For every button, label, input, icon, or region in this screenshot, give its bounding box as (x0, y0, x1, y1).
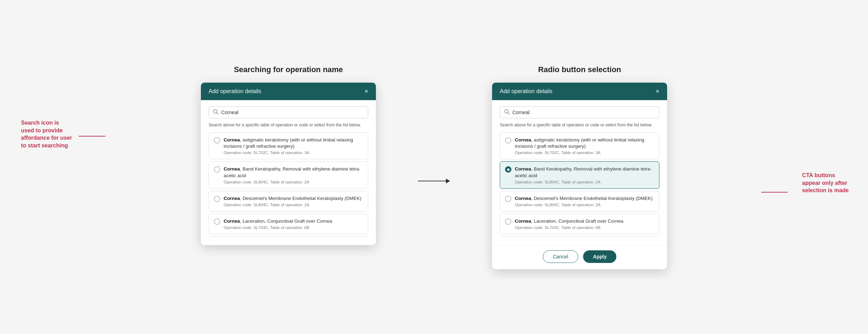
operation-text: Cornea, Laceration, Conjunctival Graft o… (224, 218, 363, 230)
operation-code: Operation code: SL703C, Table of operati… (224, 225, 363, 230)
operation-name: Cornea, astigmatic keratotomy (with or w… (224, 137, 363, 150)
panel1-title: Searching for operation name (234, 65, 343, 74)
modal-search-header: Add operation details × (201, 83, 376, 100)
operation-name: Cornea, Band Keratopathy, Removal with e… (224, 166, 363, 179)
operation-name: Cornea, Band Keratopathy, Removal with e… (515, 166, 654, 179)
operation-text: Cornea, Band Keratopathy, Removal with e… (224, 166, 363, 184)
list-item[interactable]: Cornea, astigmatic keratotomy (with or w… (209, 132, 368, 160)
panel2-title: Radio button selection (538, 65, 621, 74)
modal-selection-header-title: Add operation details (500, 88, 552, 95)
operation-text: Cornea, astigmatic keratotomy (with or w… (224, 137, 363, 155)
modal-selection-close-button[interactable]: × (656, 88, 659, 95)
operation-list-right-container: Cornea, astigmatic keratotomy (with or w… (500, 132, 659, 237)
svg-line-3 (217, 113, 218, 114)
modal-search: Add operation details × Search above (201, 83, 376, 245)
search-input-left[interactable] (221, 110, 364, 115)
list-item[interactable]: Cornea, Descemet's Membrane Endothelial … (209, 191, 368, 211)
operation-name: Cornea, Descemet's Membrane Endothelial … (515, 195, 654, 202)
panel-search: Searching for operation name Add operati… (201, 65, 376, 245)
transition-arrow (418, 179, 450, 183)
radio-btn[interactable] (505, 218, 511, 225)
radio-btn[interactable] (214, 137, 220, 144)
operation-code: Operation code: SL703C, Table of operati… (515, 225, 654, 230)
list-item-selected[interactable]: Cornea, Band Keratopathy, Removal with e… (500, 161, 659, 189)
list-item[interactable]: Cornea, Laceration, Conjunctival Graft o… (500, 214, 659, 234)
modal-footer: Cancel Apply (492, 245, 667, 269)
search-bar-right (500, 106, 659, 118)
list-item[interactable]: Cornea, Descemet's Membrane Endothelial … (500, 191, 659, 211)
operation-text: Cornea, Descemet's Membrane Endothelial … (515, 195, 654, 207)
search-input-right[interactable] (512, 110, 655, 115)
modal-selection-body: Search above for a specific table of ope… (492, 100, 667, 245)
radio-btn[interactable] (505, 137, 511, 144)
annotation-right: CTA buttonsappear only afterselection is… (802, 172, 849, 194)
modal-search-body: Search above for a specific table of ope… (201, 100, 376, 245)
arrow-head (446, 179, 450, 183)
annotation-right-arrow (761, 192, 789, 193)
modal-search-header-title: Add operation details (209, 88, 261, 95)
radio-btn[interactable] (505, 196, 511, 202)
modal-selection: Add operation details × Search above (492, 83, 667, 269)
list-item[interactable]: Cornea, Laceration, Conjunctival Peritom… (209, 236, 368, 237)
operation-list-left-container: Cornea, astigmatic keratotomy (with or w… (209, 132, 368, 237)
operation-text: Cornea, Laceration, Conjunctival Graft o… (515, 218, 654, 230)
list-item[interactable]: Cornea, Laceration, Conjunctival Peritom… (500, 236, 659, 237)
search-icon-left (213, 109, 218, 116)
operation-code: Operation code: SL804C, Table of operati… (224, 203, 363, 207)
operation-code: Operation code: SL702C, Table of operati… (515, 151, 654, 155)
annotation-left: Search icon isused to provideaffordance … (21, 119, 72, 149)
search-hint-right: Search above for a specific table of ope… (500, 123, 659, 127)
search-bar-left (209, 106, 368, 118)
list-item[interactable]: Cornea, astigmatic keratotomy (with or w… (500, 132, 659, 160)
operation-code: Operation code: SL804C, Table of operati… (515, 180, 654, 184)
radio-btn-checked[interactable] (505, 166, 511, 173)
arrow-shaft (418, 181, 446, 181)
list-item[interactable]: Cornea, Band Keratopathy, Removal with e… (209, 161, 368, 189)
page-wrapper: Search icon isused to provideaffordance … (0, 0, 868, 334)
list-item[interactable]: Cornea, Laceration, Conjunctival Graft o… (209, 214, 368, 234)
operation-text: Cornea, astigmatic keratotomy (with or w… (515, 137, 654, 155)
modal-search-close-button[interactable]: × (364, 88, 368, 95)
operation-list-right: Cornea, astigmatic keratotomy (with or w… (500, 132, 659, 237)
apply-button[interactable]: Apply (583, 250, 616, 263)
radio-btn[interactable] (214, 218, 220, 225)
search-hint-left: Search above for a specific table of ope… (209, 123, 368, 127)
operation-text: Cornea, Band Keratopathy, Removal with e… (515, 166, 654, 184)
svg-line-5 (508, 113, 509, 114)
operation-code: Operation code: SL702C, Table of operati… (224, 151, 363, 155)
cancel-button[interactable]: Cancel (543, 250, 579, 263)
search-icon-right (504, 109, 510, 116)
operation-name: Cornea, Laceration, Conjunctival Graft o… (224, 218, 363, 225)
radio-btn[interactable] (214, 196, 220, 202)
operation-name: Cornea, astigmatic keratotomy (with or w… (515, 137, 654, 150)
operation-code: Operation code: SL804C, Table of operati… (515, 203, 654, 207)
operation-text: Cornea, Descemet's Membrane Endothelial … (224, 195, 363, 207)
operation-code: Operation code: SL804C, Table of operati… (224, 180, 363, 184)
panel-selection: Radio button selection Add operation det… (492, 65, 667, 269)
annotation-left-arrow (79, 136, 107, 137)
main-content: Searching for operation name Add operati… (201, 65, 667, 269)
radio-btn[interactable] (214, 166, 220, 173)
operation-name: Cornea, Laceration, Conjunctival Graft o… (515, 218, 654, 225)
modal-selection-header: Add operation details × (492, 83, 667, 100)
operation-list-left: Cornea, astigmatic keratotomy (with or w… (209, 132, 368, 237)
operation-name: Cornea, Descemet's Membrane Endothelial … (224, 195, 363, 202)
